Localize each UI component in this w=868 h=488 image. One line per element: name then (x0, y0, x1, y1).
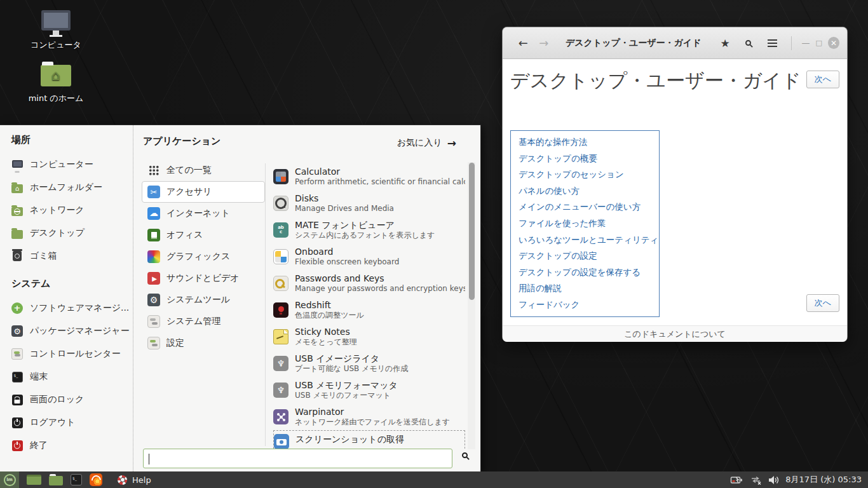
place-item-desktop[interactable]: デスクトップ (11, 222, 133, 245)
battery-icon[interactable] (730, 475, 744, 485)
clock[interactable]: 8月17日 (水) 05:33 (785, 474, 862, 485)
internet-icon (147, 207, 160, 220)
network-folder-icon (11, 207, 23, 216)
place-item-computer[interactable]: コンピューター (11, 153, 133, 176)
system-item-lock-screen[interactable]: 画面のロック (11, 388, 133, 411)
find-icon[interactable] (745, 40, 751, 46)
bookmark-star-icon[interactable]: ★ (721, 37, 730, 50)
favorites-arrow-icon: → (447, 137, 456, 149)
onboard-icon (273, 249, 288, 264)
category-internet[interactable]: インターネット (142, 203, 265, 224)
place-item-trash[interactable]: ゴミ箱 (11, 245, 133, 268)
desktop-icon-home[interactable]: mint のホーム (19, 65, 93, 104)
app-item-passwords-keys[interactable]: Passwords and Keys Manage your passwords… (273, 270, 465, 297)
close-button[interactable]: ✕ (828, 37, 839, 49)
forward-arrow-icon[interactable]: → (536, 36, 551, 50)
category-accessories[interactable]: アクセサリ (142, 181, 265, 203)
app-item-disks[interactable]: Disks Manage Drives and Media (273, 190, 465, 217)
toc-link[interactable]: デスクトップのセッション (511, 166, 659, 183)
desktop-folder-icon (11, 230, 23, 239)
app-item-calculator[interactable]: Calculator Perform arithmetic, scientifi… (273, 163, 465, 190)
applications-header: アプリケーション (143, 135, 265, 149)
page-title: デスクトップ・ユーザー・ガイド (510, 68, 801, 94)
minimize-button[interactable]: — (799, 38, 813, 48)
toc-link[interactable]: デスクトップの設定を保存する (511, 264, 659, 281)
back-arrow-icon[interactable]: ← (515, 36, 531, 50)
app-item-usb-image-writer[interactable]: USB イメージライタ ブート可能な USB メモリの作成 (273, 350, 465, 377)
home-folder-icon (41, 65, 71, 86)
next-button-bottom[interactable]: 次へ (806, 294, 839, 312)
menu-hamburger-icon[interactable] (768, 43, 777, 44)
next-button-top[interactable]: 次へ (806, 71, 839, 88)
desktop-icon-computer[interactable]: コンピュータ (19, 10, 93, 51)
graphics-icon (147, 250, 160, 263)
category-system-admin[interactable]: システム管理 (142, 311, 265, 332)
all-applications-icon (149, 165, 159, 175)
system-item-control-center[interactable]: コントロールセンター (11, 342, 133, 365)
toc-link[interactable]: フィードバック (511, 297, 659, 313)
toc-link[interactable]: ファイルを使った作業 (511, 215, 659, 232)
help-content: デスクトップ・ユーザー・ガイド 次へ 基本的な操作方法 デスクトップの概要 デス… (503, 59, 847, 325)
system-item-package-manager[interactable]: パッケージマネージャー (11, 320, 133, 342)
system-header: システム (11, 278, 133, 292)
search-icon[interactable] (462, 452, 468, 458)
about-document-link[interactable]: このドキュメントについて (624, 329, 726, 340)
toc-link[interactable]: パネルの使い方 (511, 183, 659, 200)
disks-icon (273, 196, 288, 211)
category-sound-video[interactable]: サウンドとビデオ (142, 268, 265, 289)
mint-menu: 場所 コンピューター ホームフォルダー ネットワーク デスクトップ ゴミ箱 シス… (0, 125, 481, 471)
help-titlebar[interactable]: ← → デスクトップ・ユーザー・ガイド ★ — □ ✕ (503, 27, 847, 59)
menu-left-column: 場所 コンピューター ホームフォルダー ネットワーク デスクトップ ゴミ箱 シス… (0, 125, 133, 471)
show-desktop-icon[interactable] (27, 475, 41, 485)
toc-links-box: 基本的な操作方法 デスクトップの概要 デスクトップのセッション パネルの使い方 … (510, 130, 660, 317)
font-viewer-icon (273, 222, 288, 238)
category-office[interactable]: オフィス (142, 224, 265, 246)
firefox-icon[interactable] (90, 473, 102, 486)
toc-link[interactable]: デスクトップの設定 (511, 248, 659, 264)
menu-categories-column: アプリケーション 全ての一覧 アクセサリ インターネット オフィス グラフィック… (143, 125, 265, 354)
system-item-software-manager[interactable]: ソフトウェアマネージ... (11, 297, 133, 320)
system-tools-icon (147, 294, 160, 306)
system-item-logout[interactable]: ログアウト (11, 411, 133, 434)
network-offline-icon[interactable] (750, 475, 763, 485)
toc-link[interactable]: メインのメニューバーの使い方 (511, 199, 659, 215)
maximize-button[interactable]: □ (812, 39, 825, 47)
menu-search-box (143, 449, 452, 468)
toc-link[interactable]: 用語の解説 (511, 280, 659, 297)
accessories-icon (147, 186, 160, 198)
menu-search-input[interactable] (144, 449, 452, 468)
app-item-warpinator[interactable]: Warpinator ネットワーク経由でファイルを送受信します (273, 403, 465, 430)
help-lifering-icon (118, 475, 127, 485)
toc-link[interactable]: 基本的な操作方法 (511, 134, 659, 151)
preferences-icon (147, 337, 160, 349)
help-footer: このドキュメントについて (503, 325, 847, 342)
app-item-font-viewer[interactable]: MATE フォントビューア システム内にあるフォントを表示します (273, 217, 465, 243)
terminal-launcher-icon[interactable] (71, 474, 82, 485)
favorites-button[interactable]: お気に入り → (397, 137, 456, 149)
menu-button[interactable] (0, 471, 19, 488)
system-item-terminal[interactable]: 端末 (11, 365, 133, 388)
window-list-item-help[interactable]: Help (112, 471, 156, 488)
file-manager-icon[interactable] (49, 476, 63, 485)
app-item-usb-stick-formatter[interactable]: USB メモリフォーマッタ USB メモリのフォーマット (273, 377, 465, 403)
volume-icon[interactable] (768, 475, 780, 485)
desktop-icon-label: コンピュータ (19, 39, 93, 51)
system-item-shutdown[interactable]: 終了 (11, 434, 133, 457)
place-item-home-folder[interactable]: ホームフォルダー (11, 176, 133, 199)
apps-scrollbar-thumb[interactable] (469, 163, 475, 300)
places-header: 場所 (11, 134, 133, 148)
category-graphics[interactable]: グラフィックス (142, 246, 265, 268)
app-item-redshift[interactable]: Redshift 色温度の調整ツール (273, 297, 465, 323)
toc-link[interactable]: デスクトップの概要 (511, 151, 659, 167)
place-item-network[interactable]: ネットワーク (11, 199, 133, 222)
app-item-onboard[interactable]: Onboard Flexible onscreen keyboard (273, 243, 465, 270)
category-preferences[interactable]: 設定 (142, 332, 265, 354)
app-item-screenshot[interactable]: スクリーンショットの取得 (273, 430, 465, 449)
passwords-keys-icon (273, 276, 288, 291)
toc-link[interactable]: いろいろなツールとユーティリティ (511, 232, 659, 248)
category-system-tools[interactable]: システムツール (142, 289, 265, 311)
category-all-applications[interactable]: 全ての一覧 (142, 159, 265, 181)
lock-screen-icon (12, 395, 23, 405)
usb-stick-formatter-icon (273, 383, 288, 398)
app-item-sticky-notes[interactable]: Sticky Notes メモをとって整理 (273, 323, 465, 350)
